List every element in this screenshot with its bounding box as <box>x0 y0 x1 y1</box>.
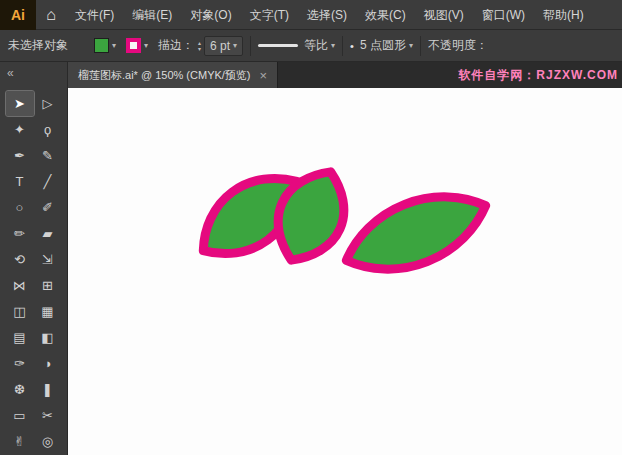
type-tool-icon: T <box>16 174 24 189</box>
chevron-down-icon: ▾ <box>144 41 148 50</box>
stroke-weight-value: 6 pt <box>210 39 230 53</box>
divider <box>342 36 343 56</box>
mesh-tool-icon: ▤ <box>13 330 25 345</box>
perspective-grid-tool-icon: ▦ <box>41 304 53 319</box>
stroke-color-control[interactable]: ▾ <box>126 38 148 53</box>
width-tool[interactable]: ⋈ <box>6 273 34 298</box>
direct-selection-tool-icon: ▷ <box>43 96 53 111</box>
menu-bar: Ai ⌂ 文件(F)编辑(E)对象(O)文字(T)选择(S)效果(C)视图(V)… <box>0 0 622 30</box>
lasso-tool[interactable]: ϙ <box>34 117 62 142</box>
blend-tool[interactable]: ◑ <box>34 351 62 376</box>
shape-builder-tool-icon: ◫ <box>13 304 25 319</box>
selection-status: 未选择对象 <box>8 37 68 54</box>
artboard-tool-icon: ▭ <box>13 408 25 423</box>
eraser-tool-icon: ▰ <box>43 226 53 241</box>
shape-builder-tool[interactable]: ◫ <box>6 299 34 324</box>
chevron-down-icon: ▾ <box>409 41 413 50</box>
illustrator-window: Ai ⌂ 文件(F)编辑(E)对象(O)文字(T)选择(S)效果(C)视图(V)… <box>0 0 622 455</box>
artboard-tool[interactable]: ▭ <box>6 403 34 428</box>
ellipse-tool[interactable]: ○ <box>6 195 34 220</box>
paintbrush-tool[interactable]: ✐ <box>34 195 62 220</box>
free-transform-tool[interactable]: ⊞ <box>34 273 62 298</box>
pen-tool-icon: ✒ <box>14 148 25 163</box>
brush-dropdown[interactable]: • 5 点圆形 ▾ <box>350 37 413 54</box>
menu-item-view[interactable]: 视图(V) <box>415 0 473 30</box>
type-tool[interactable]: T <box>6 169 34 194</box>
brush-name: 5 点圆形 <box>360 37 406 54</box>
hand-tool[interactable]: ✌ <box>6 429 34 454</box>
menu-item-help[interactable]: 帮助(H) <box>534 0 593 30</box>
artboard-canvas[interactable] <box>68 88 622 455</box>
menu-item-window[interactable]: 窗口(W) <box>473 0 534 30</box>
leaf-shape[interactable] <box>335 177 497 289</box>
menu-item-file[interactable]: 文件(F) <box>66 0 123 30</box>
mesh-tool[interactable]: ▤ <box>6 325 34 350</box>
stroke-weight-control[interactable]: ▴ ▾ 6 pt ▾ <box>198 36 243 56</box>
pen-tool[interactable]: ✒ <box>6 143 34 168</box>
symbol-sprayer-tool[interactable]: ❆ <box>6 377 34 402</box>
gradient-tool[interactable]: ◧ <box>34 325 62 350</box>
line-segment-tool[interactable]: ╱ <box>34 169 62 194</box>
uniform-profile-icon <box>258 44 298 47</box>
stroke-swatch-icon <box>126 38 141 53</box>
lasso-tool-icon: ϙ <box>44 122 51 137</box>
curvature-tool-icon: ✎ <box>42 148 53 163</box>
document-tab-title: 榴莲图标.ai* @ 150% (CMYK/预览) <box>78 68 251 83</box>
stepper-icon: ▴ ▾ <box>198 40 201 52</box>
tool-dock: « ➤▷✦ϙ✒✎T╱○✐✏▰⟲⇲⋈⊞◫▦▤◧✑◑❆❚▭✂✌◎ <box>0 62 68 455</box>
slice-tool[interactable]: ✂ <box>34 403 62 428</box>
width-profile-value: 等比 <box>304 37 328 54</box>
paintbrush-tool-icon: ✐ <box>42 200 53 215</box>
direct-selection-tool[interactable]: ▷ <box>34 91 62 116</box>
line-segment-tool-icon: ╱ <box>44 174 52 189</box>
stroke-weight-field[interactable]: 6 pt ▾ <box>204 36 243 56</box>
pencil-tool-icon: ✏ <box>14 226 25 241</box>
curvature-tool[interactable]: ✎ <box>34 143 62 168</box>
selection-tool[interactable]: ➤ <box>6 91 34 116</box>
close-icon[interactable]: × <box>260 69 268 82</box>
slice-tool-icon: ✂ <box>42 408 53 423</box>
free-transform-tool-icon: ⊞ <box>42 278 53 293</box>
magic-wand-tool-icon: ✦ <box>14 122 25 137</box>
document-area: 榴莲图标.ai* @ 150% (CMYK/预览) × 软件自学网：RJZXW.… <box>68 62 622 455</box>
menu-list: 文件(F)编辑(E)对象(O)文字(T)选择(S)效果(C)视图(V)窗口(W)… <box>66 0 593 30</box>
home-icon[interactable]: ⌂ <box>36 0 66 30</box>
menu-item-object[interactable]: 对象(O) <box>181 0 240 30</box>
scale-tool[interactable]: ⇲ <box>34 247 62 272</box>
brush-preview-icon: • <box>350 40 354 52</box>
blend-tool-icon: ◑ <box>44 356 52 371</box>
rotate-tool[interactable]: ⟲ <box>6 247 34 272</box>
menu-item-select[interactable]: 选择(S) <box>298 0 356 30</box>
column-graph-tool-icon: ❚ <box>42 382 53 397</box>
document-tab[interactable]: 榴莲图标.ai* @ 150% (CMYK/预览) × <box>68 62 278 88</box>
menu-item-effect[interactable]: 效果(C) <box>356 0 415 30</box>
gradient-tool-icon: ◧ <box>41 330 53 345</box>
app-logo-icon[interactable]: Ai <box>0 0 36 30</box>
symbol-sprayer-tool-icon: ❆ <box>14 382 25 397</box>
eyedropper-tool[interactable]: ✑ <box>6 351 34 376</box>
menu-item-edit[interactable]: 编辑(E) <box>123 0 181 30</box>
scale-tool-icon: ⇲ <box>42 252 53 267</box>
chevron-down-icon: ▾ <box>112 41 116 50</box>
chevron-down-icon: ▾ <box>331 41 335 50</box>
divider <box>250 36 251 56</box>
eraser-tool[interactable]: ▰ <box>34 221 62 246</box>
width-profile-dropdown[interactable]: 等比 ▾ <box>258 37 335 54</box>
fill-color-control[interactable]: ▾ <box>94 38 116 53</box>
column-graph-tool[interactable]: ❚ <box>34 377 62 402</box>
pencil-tool[interactable]: ✏ <box>6 221 34 246</box>
collapse-panel-icon[interactable]: « <box>7 66 14 80</box>
stepper-down-icon: ▾ <box>198 46 201 52</box>
divider <box>420 36 421 56</box>
width-tool-icon: ⋈ <box>13 278 26 293</box>
perspective-grid-tool[interactable]: ▦ <box>34 299 62 324</box>
magic-wand-tool[interactable]: ✦ <box>6 117 34 142</box>
stroke-label: 描边： <box>158 37 194 54</box>
dock-header: « <box>0 62 67 88</box>
ellipse-tool-icon: ○ <box>16 200 24 215</box>
chevron-down-icon: ▾ <box>233 41 237 50</box>
menu-item-type[interactable]: 文字(T) <box>241 0 298 30</box>
zoom-tool[interactable]: ◎ <box>34 429 62 454</box>
control-bar: 未选择对象 ▾ ▾ 描边： ▴ ▾ 6 pt ▾ 等比 ▾ <box>0 30 622 62</box>
workspace: « ➤▷✦ϙ✒✎T╱○✐✏▰⟲⇲⋈⊞◫▦▤◧✑◑❆❚▭✂✌◎ 榴莲图标.ai* … <box>0 62 622 455</box>
